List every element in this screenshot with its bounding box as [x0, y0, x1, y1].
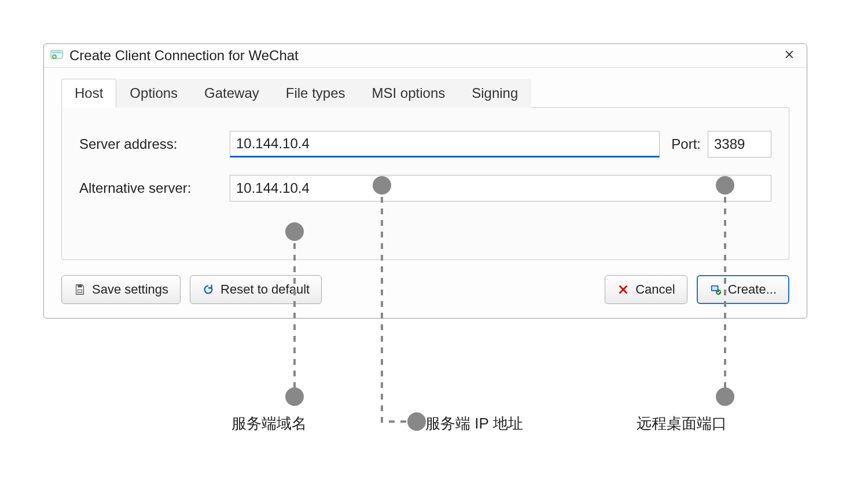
tab-gateway[interactable]: Gateway [191, 79, 273, 108]
tab-label: File types [286, 85, 345, 101]
tab-label: Host [75, 85, 103, 101]
annotation-label-server-ip: 服务端 IP 地址 [425, 413, 523, 434]
button-label: Save settings [92, 282, 168, 297]
svg-rect-4 [78, 290, 82, 293]
button-label: Create... [728, 282, 777, 297]
tab-bar: Host Options Gateway File types MSI opti… [61, 78, 789, 108]
tab-panel-host: Server address: Port: Alternative server… [61, 108, 789, 260]
svg-rect-1 [52, 52, 61, 53]
tab-label: Gateway [204, 85, 259, 101]
cancel-icon [617, 283, 630, 296]
svg-rect-6 [712, 287, 717, 290]
create-button[interactable]: Create... [697, 275, 789, 304]
annotation-label-port: 远程桌面端口 [637, 413, 727, 434]
titlebar: Create Client Connection for WeChat [44, 44, 807, 68]
tab-file-types[interactable]: File types [273, 79, 359, 108]
alternative-server-label: Alternative server: [79, 180, 230, 196]
button-label: Reset to default [220, 282, 310, 297]
close-button[interactable] [778, 47, 801, 64]
window-title: Create Client Connection for WeChat [69, 47, 778, 64]
server-address-input[interactable] [230, 131, 660, 158]
cancel-button[interactable]: Cancel [605, 275, 687, 304]
port-input[interactable] [708, 131, 771, 158]
tab-host[interactable]: Host [61, 79, 116, 108]
create-icon [709, 283, 722, 296]
row-server-address: Server address: Port: [79, 131, 771, 158]
dialog-body: Host Options Gateway File types MSI opti… [44, 68, 807, 318]
port-label: Port: [671, 136, 701, 152]
button-bar: Save settings Reset to default Cancel [61, 275, 789, 304]
reset-icon [202, 283, 215, 296]
save-settings-button[interactable]: Save settings [61, 275, 181, 304]
tab-options[interactable]: Options [116, 79, 191, 108]
alternative-server-input[interactable] [230, 175, 771, 202]
tab-label: MSI options [372, 85, 446, 101]
button-label: Cancel [635, 282, 675, 297]
app-icon [50, 49, 64, 63]
row-alternative-server: Alternative server: [79, 175, 771, 202]
svg-rect-3 [78, 285, 82, 288]
tab-signing[interactable]: Signing [458, 79, 531, 108]
reset-to-default-button[interactable]: Reset to default [190, 275, 322, 304]
tab-label: Signing [472, 85, 518, 101]
save-icon [73, 283, 86, 296]
server-address-label: Server address: [79, 136, 230, 152]
dialog-create-client-connection: Create Client Connection for WeChat Host… [43, 43, 807, 318]
annotation-label-alt-server: 服务端域名 [231, 413, 307, 434]
tab-msi-options[interactable]: MSI options [359, 79, 459, 108]
tab-label: Options [130, 85, 178, 101]
